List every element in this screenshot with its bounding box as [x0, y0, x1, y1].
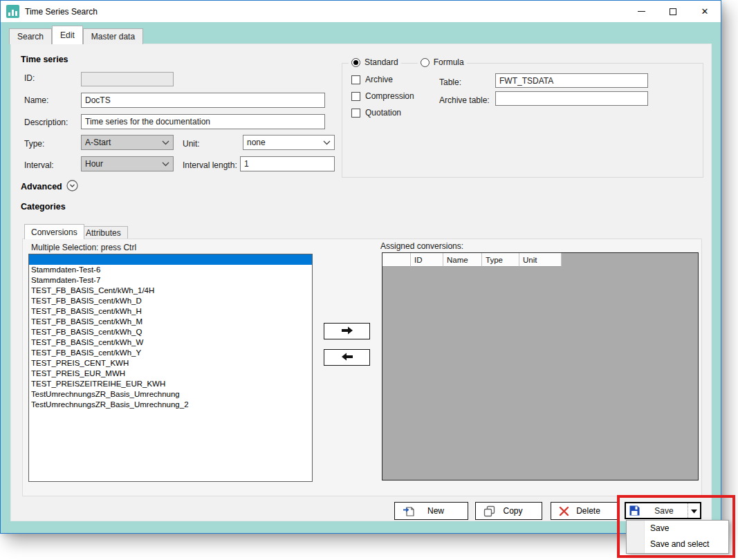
tab-master-data[interactable]: Master data — [83, 28, 143, 44]
checkbox-icon — [351, 109, 360, 118]
grid-header-id[interactable]: ID — [411, 253, 443, 267]
radio-formula[interactable]: Formula — [418, 57, 467, 67]
list-item[interactable]: TEST_PREISZEITREIHE_EUR_KWH — [29, 379, 312, 389]
list-item[interactable]: Stammdaten-Test-7 — [29, 275, 312, 286]
close-button[interactable]: ✕ — [689, 1, 721, 22]
list-item[interactable]: TestUmrechnungsZR_Basis_Umrechnung — [29, 389, 312, 400]
delete-button-label: Delete — [569, 506, 618, 516]
menu-item-save[interactable]: Save — [627, 521, 728, 536]
window-controls: ✕ — [625, 1, 721, 22]
unit-dropdown-value: none — [247, 138, 266, 147]
chevron-down-icon — [323, 138, 331, 147]
window-title: Time Series Search — [25, 7, 98, 17]
titlebar: Time Series Search ✕ — [1, 1, 721, 22]
advanced-expander[interactable]: Advanced — [21, 180, 78, 194]
conversions-listbox[interactable]: Stammdaten-Test-6 Stammdaten-Test-7 TEST… — [28, 254, 313, 482]
tab-attributes[interactable]: Attributes — [79, 226, 128, 239]
list-item[interactable]: TEST_PREIS_EUR_MWH — [29, 368, 312, 379]
checkbox-archive[interactable]: Archive — [351, 75, 393, 84]
copy-button-label: Copy — [495, 506, 542, 516]
tab-edit[interactable]: Edit — [52, 26, 83, 44]
list-item[interactable]: TEST_FB_BASIS_cent/kWh_M — [29, 317, 312, 327]
arrow-left-icon — [340, 351, 355, 364]
categories-section-title: Categories — [21, 202, 66, 212]
save-dropdown-menu: Save Save and select — [626, 520, 729, 554]
bar-chart-app-icon — [6, 5, 19, 18]
delete-button[interactable]: Delete — [551, 502, 619, 520]
unassign-conversion-button[interactable] — [324, 349, 370, 366]
conversions-tab-panel: Multiple Selection: press Ctrl Stammdate… — [22, 239, 702, 496]
main-tabstrip: Search Edit Master data — [9, 22, 143, 44]
maximize-icon — [670, 8, 676, 15]
chevron-down-icon — [162, 138, 169, 147]
tab-conversions[interactable]: Conversions — [24, 224, 84, 239]
chevron-down-icon — [162, 159, 169, 169]
grid-header-row: ID Name Type Unit — [382, 253, 698, 267]
arrow-right-icon — [340, 325, 355, 338]
assigned-conversions-grid: ID Name Type Unit — [382, 252, 699, 480]
unit-label: Unit: — [183, 139, 200, 149]
time-series-section-title: Time series — [21, 55, 68, 64]
radio-unselected-icon — [421, 58, 430, 67]
checkbox-icon — [351, 92, 360, 101]
id-field — [81, 72, 174, 86]
type-dropdown[interactable]: A-Start — [81, 135, 174, 150]
new-document-icon — [403, 505, 415, 517]
new-button-label: New — [415, 506, 468, 516]
list-item[interactable]: TEST_FB_BASIS_cent/kWh_Y — [29, 348, 312, 358]
table-field[interactable]: FWT_TSDATA — [495, 73, 648, 88]
checkbox-quotation-label: Quotation — [365, 108, 401, 118]
grid-header-unit[interactable]: Unit — [519, 253, 562, 267]
archive-table-field[interactable] — [495, 91, 648, 106]
save-split-button[interactable]: Save — [625, 502, 701, 519]
new-button[interactable]: New — [394, 502, 468, 520]
dropdown-arrow-icon — [691, 506, 697, 516]
name-field[interactable]: DocTS — [81, 93, 325, 108]
edit-tab-panel: Time series ID: Name: DocTS Description:… — [10, 44, 712, 521]
radio-standard[interactable]: Standard — [349, 57, 401, 67]
description-field[interactable]: Time series for the documentation — [81, 114, 325, 129]
checkbox-compression[interactable]: Compression — [351, 91, 414, 101]
maximize-button[interactable] — [657, 1, 689, 22]
copy-button[interactable]: Copy — [475, 502, 542, 520]
checkbox-icon — [351, 75, 360, 84]
list-item[interactable]: TEST_FB_BASIS_cent/kWh_W — [29, 337, 312, 348]
advanced-label: Advanced — [21, 182, 62, 192]
storage-type-legend: Standard Formula — [349, 57, 467, 67]
interval-dropdown[interactable]: Hour — [81, 156, 174, 171]
storage-groupbox: Standard Formula Archive Compression — [342, 63, 703, 178]
list-item[interactable]: TEST_FB_BASIS_Cent/kWh_1/4H — [29, 286, 312, 296]
screenshot-stage: Time Series Search ✕ Search Edit Master … — [0, 0, 738, 560]
tab-search[interactable]: Search — [9, 28, 52, 44]
list-item[interactable]: TestUmrechnungsZR_Basis_Umrechnung_2 — [29, 400, 312, 410]
checkbox-archive-label: Archive — [365, 75, 393, 84]
list-item[interactable]: TEST_FB_BASIS_cent/kWh_Q — [29, 327, 312, 337]
interval-label: Interval: — [24, 160, 54, 170]
assign-conversion-button[interactable] — [324, 323, 370, 339]
menu-item-save-and-select[interactable]: Save and select — [627, 536, 728, 552]
interval-length-field[interactable]: 1 — [240, 156, 335, 171]
table-label: Table: — [439, 77, 461, 87]
list-item[interactable]: Stammdaten-Test-6 — [29, 265, 312, 275]
archive-table-label: Archive table: — [439, 95, 490, 105]
copy-icon — [483, 505, 495, 517]
minimize-button[interactable] — [625, 1, 657, 22]
radio-standard-label: Standard — [365, 57, 398, 67]
checkbox-quotation[interactable]: Quotation — [351, 108, 401, 118]
type-dropdown-value: A-Start — [85, 138, 111, 147]
list-item[interactable]: TEST_FB_BASIS_cent/kWh_D — [29, 296, 312, 306]
name-label: Name: — [24, 95, 48, 105]
save-dropdown-toggle[interactable] — [688, 503, 700, 518]
list-item[interactable] — [29, 254, 312, 265]
unit-dropdown[interactable]: none — [243, 135, 335, 150]
multi-selection-hint: Multiple Selection: press Ctrl — [31, 243, 136, 252]
list-item[interactable]: TEST_FB_BASIS_cent/kWh_H — [29, 306, 312, 317]
grid-header-type[interactable]: Type — [482, 253, 519, 267]
chevron-down-circle-icon — [66, 180, 78, 194]
grid-header-name[interactable]: Name — [443, 253, 482, 267]
delete-x-icon — [559, 506, 569, 516]
interval-dropdown-value: Hour — [85, 159, 103, 169]
description-label: Description: — [24, 118, 68, 127]
list-item[interactable]: TEST_PREIS_CENT_KWH — [29, 358, 312, 368]
grid-header-rowselector — [382, 253, 411, 267]
